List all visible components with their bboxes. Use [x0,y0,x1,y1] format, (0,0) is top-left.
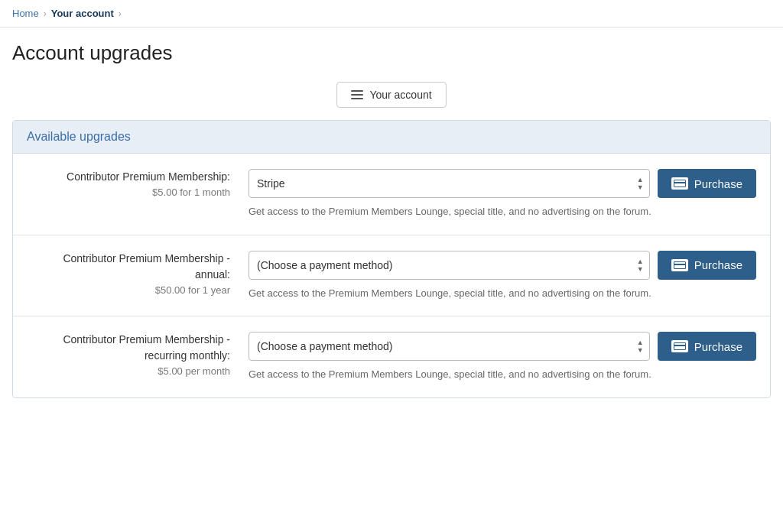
hamburger-icon [351,90,363,99]
account-nav-bar: Your account [0,76,783,120]
your-account-label: Your account [369,89,431,101]
upgrade-name-recurring: Contributor Premium Membership - recurri… [27,332,230,364]
card-icon-annual [671,259,688,271]
upgrade-controls-top-monthly: Stripe (Choose a payment method) ▲ ▼ Pur… [249,169,756,198]
upgrade-label-annual: Contributor Premium Membership - annual:… [27,251,249,298]
purchase-label-recurring: Purchase [694,340,742,353]
payment-select-recurring[interactable]: (Choose a payment method) Stripe [249,332,650,361]
purchase-label-annual: Purchase [694,258,742,271]
purchase-button-monthly[interactable]: Purchase [658,169,756,198]
upgrade-label-recurring: Contributor Premium Membership - recurri… [27,332,249,379]
upgrades-panel-header: Available upgrades [13,121,770,154]
page-header: Account upgrades [0,28,783,76]
card-icon-recurring [671,340,688,352]
your-account-button[interactable]: Your account [336,82,446,108]
purchase-button-recurring[interactable]: Purchase [658,332,756,361]
upgrade-controls-top-annual: (Choose a payment method) Stripe ▲ ▼ Pur… [249,251,756,280]
card-icon-monthly [671,177,688,190]
payment-select-wrapper-monthly: Stripe (Choose a payment method) ▲ ▼ [249,169,650,198]
breadcrumb-separator: › [44,8,47,19]
upgrade-name-annual: Contributor Premium Membership - annual: [27,251,230,283]
upgrade-row-monthly: Contributor Premium Membership: $5.00 fo… [13,154,770,235]
upgrade-description-annual: Get access to the Premium Members Lounge… [249,286,756,301]
upgrades-panel: Available upgrades Contributor Premium M… [12,120,771,398]
upgrade-controls-annual: (Choose a payment method) Stripe ▲ ▼ Pur… [249,251,756,301]
upgrade-controls-top-recurring: (Choose a payment method) Stripe ▲ ▼ Pur… [249,332,756,361]
breadcrumb-current: Your account [51,8,114,19]
breadcrumb-home[interactable]: Home [12,8,39,19]
upgrade-row-annual: Contributor Premium Membership - annual:… [13,235,770,317]
upgrade-price-recurring: $5.00 per month [27,364,230,379]
upgrade-price-monthly: $5.00 for 1 month [27,185,230,200]
upgrade-description-monthly: Get access to the Premium Members Lounge… [249,204,756,219]
breadcrumb-separator-2: › [119,8,122,19]
upgrade-price-annual: $50.00 for 1 year [27,283,230,298]
upgrade-row-recurring: Contributor Premium Membership - recurri… [13,316,770,397]
purchase-button-annual[interactable]: Purchase [658,251,756,280]
upgrade-name-monthly: Contributor Premium Membership: [27,169,230,185]
payment-select-wrapper-recurring: (Choose a payment method) Stripe ▲ ▼ [249,332,650,361]
payment-select-monthly[interactable]: Stripe (Choose a payment method) [249,169,650,198]
upgrade-controls-recurring: (Choose a payment method) Stripe ▲ ▼ Pur… [249,332,756,382]
payment-select-annual[interactable]: (Choose a payment method) Stripe [249,251,650,280]
upgrade-controls-monthly: Stripe (Choose a payment method) ▲ ▼ Pur… [249,169,756,219]
available-upgrades-title: Available upgrades [27,130,131,143]
breadcrumb: Home › Your account › [0,0,783,28]
page-title: Account upgrades [12,41,771,65]
purchase-label-monthly: Purchase [694,177,742,190]
payment-select-wrapper-annual: (Choose a payment method) Stripe ▲ ▼ [249,251,650,280]
upgrade-description-recurring: Get access to the Premium Members Lounge… [249,367,756,382]
upgrade-label-monthly: Contributor Premium Membership: $5.00 fo… [27,169,249,200]
